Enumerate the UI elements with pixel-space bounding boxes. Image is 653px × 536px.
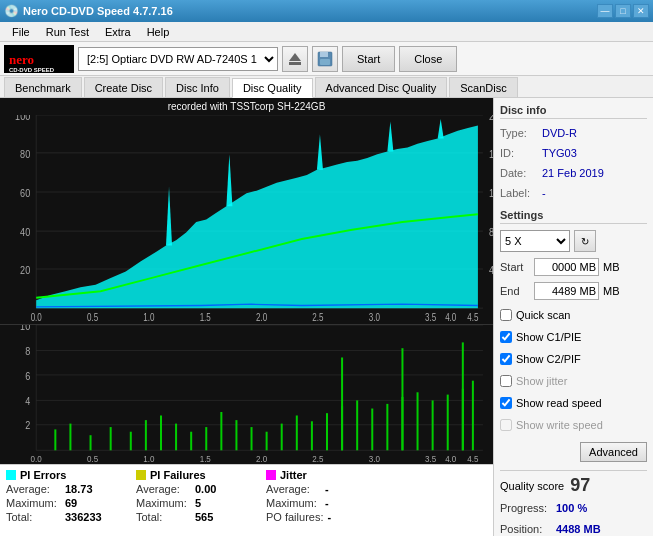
show-c2pif-label: Show C2/PIF <box>516 350 581 368</box>
menu-extra[interactable]: Extra <box>97 24 139 40</box>
tab-benchmark[interactable]: Benchmark <box>4 77 82 97</box>
start-button[interactable]: Start <box>342 46 395 72</box>
jitter-avg-label: Average: <box>266 483 321 495</box>
svg-text:nero: nero <box>9 52 34 67</box>
drive-selector[interactable]: [2:5] Optiarc DVD RW AD-7240S 1.04 <box>78 47 278 71</box>
legend-jitter: Jitter Average: - Maximum: - PO failures… <box>266 469 376 523</box>
settings-title: Settings <box>500 209 647 224</box>
jitter-avg-value: - <box>325 483 329 495</box>
disc-date-value: 21 Feb 2019 <box>542 165 604 181</box>
quick-scan-label: Quick scan <box>516 306 570 324</box>
svg-text:3.0: 3.0 <box>369 312 380 323</box>
show-jitter-label: Show jitter <box>516 372 567 390</box>
disc-label-row: Label: - <box>500 185 647 201</box>
pi-fail-avg-value: 0.00 <box>195 483 216 495</box>
pi-fail-max-value: 5 <box>195 497 201 509</box>
svg-text:4: 4 <box>25 395 31 407</box>
right-panel: Disc info Type: DVD-R ID: TYG03 Date: 21… <box>493 98 653 536</box>
progress-row: Progress: 100 % <box>500 500 647 517</box>
svg-rect-4 <box>289 62 301 65</box>
svg-text:CD·DVD SPEED: CD·DVD SPEED <box>9 67 55 72</box>
legend-pi-errors: PI Errors Average: 18.73 Maximum: 69 Tot… <box>6 469 116 523</box>
toolbar: nero CD·DVD SPEED [2:5] Optiarc DVD RW A… <box>0 42 653 76</box>
app-icon: 💿 <box>4 4 19 18</box>
progress-value: 100 % <box>556 500 587 517</box>
svg-text:8: 8 <box>25 345 30 357</box>
show-c2-row: Show C2/PIF <box>500 350 647 368</box>
save-button[interactable] <box>312 46 338 72</box>
quick-scan-checkbox[interactable] <box>500 309 512 321</box>
svg-text:10: 10 <box>20 325 31 332</box>
svg-text:0.5: 0.5 <box>87 312 98 323</box>
show-c1-row: Show C1/PIE <box>500 328 647 346</box>
maximize-button[interactable]: □ <box>615 4 631 18</box>
quick-scan-row: Quick scan <box>500 306 647 324</box>
svg-text:8: 8 <box>489 226 493 238</box>
show-c1pie-label: Show C1/PIE <box>516 328 581 346</box>
svg-text:60: 60 <box>20 187 30 199</box>
title-bar-controls: — □ ✕ <box>597 4 649 18</box>
tab-bar: Benchmark Create Disc Disc Info Disc Qua… <box>0 76 653 98</box>
menu-help[interactable]: Help <box>139 24 178 40</box>
svg-text:100: 100 <box>15 115 30 122</box>
tab-advanced-disc-quality[interactable]: Advanced Disc Quality <box>315 77 448 97</box>
menu-file[interactable]: File <box>4 24 38 40</box>
refresh-button[interactable]: ↻ <box>574 230 596 252</box>
tab-disc-info[interactable]: Disc Info <box>165 77 230 97</box>
jitter-max-label: Maximum: <box>266 497 321 509</box>
end-mb-unit: MB <box>603 285 620 297</box>
chart-title: recorded with TSSTcorp SH-224GB <box>0 98 493 115</box>
quality-score-label: Quality score <box>500 480 564 492</box>
show-c2pif-checkbox[interactable] <box>500 353 512 365</box>
tab-create-disc[interactable]: Create Disc <box>84 77 163 97</box>
quality-score-value: 97 <box>570 475 590 496</box>
svg-text:12: 12 <box>489 187 493 199</box>
svg-text:40: 40 <box>20 226 30 238</box>
show-jitter-checkbox[interactable] <box>500 375 512 387</box>
svg-rect-7 <box>320 59 330 65</box>
speed-selector[interactable]: 5 X <box>500 230 570 252</box>
start-input[interactable] <box>534 258 599 276</box>
show-write-speed-checkbox <box>500 419 512 431</box>
tab-disc-quality[interactable]: Disc Quality <box>232 78 313 98</box>
show-read-speed-checkbox[interactable] <box>500 397 512 409</box>
svg-text:16: 16 <box>489 148 493 160</box>
progress-label: Progress: <box>500 500 552 517</box>
svg-text:0.0: 0.0 <box>31 312 42 323</box>
svg-text:1.5: 1.5 <box>200 453 211 464</box>
toolbar-close-button[interactable]: Close <box>399 46 457 72</box>
svg-rect-6 <box>320 52 328 57</box>
advanced-button[interactable]: Advanced <box>580 442 647 462</box>
menu-run-test[interactable]: Run Test <box>38 24 97 40</box>
svg-text:2.5: 2.5 <box>312 453 323 464</box>
start-label: Start <box>500 261 530 273</box>
show-c1pie-checkbox[interactable] <box>500 331 512 343</box>
disc-id-row: ID: TYG03 <box>500 145 647 161</box>
upper-chart: 100 80 60 40 20 20 16 12 8 4 0.0 0.5 1.0… <box>0 115 493 325</box>
disc-label-value: - <box>542 185 546 201</box>
show-write-speed-label: Show write speed <box>516 416 603 434</box>
disc-type-value: DVD-R <box>542 125 577 141</box>
start-mb-unit: MB <box>603 261 620 273</box>
jitter-max-value: - <box>325 497 329 509</box>
tab-scan-disc[interactable]: ScanDisc <box>449 77 517 97</box>
disc-date-row: Date: 21 Feb 2019 <box>500 165 647 181</box>
disc-id-label: ID: <box>500 145 538 161</box>
eject-button[interactable] <box>282 46 308 72</box>
pi-errors-color <box>6 470 16 480</box>
minimize-button[interactable]: — <box>597 4 613 18</box>
end-input[interactable] <box>534 282 599 300</box>
position-label: Position: <box>500 521 552 536</box>
show-jitter-row: Show jitter <box>500 372 647 390</box>
pi-errors-total-label: Total: <box>6 511 61 523</box>
close-title-button[interactable]: ✕ <box>633 4 649 18</box>
disc-label-label: Label: <box>500 185 538 201</box>
pi-failures-color <box>136 470 146 480</box>
legend-pi-failures: PI Failures Average: 0.00 Maximum: 5 Tot… <box>136 469 246 523</box>
position-row: Position: 4488 MB <box>500 521 647 536</box>
speed-row: 5 X ↻ <box>500 230 647 252</box>
svg-text:1.0: 1.0 <box>143 312 154 323</box>
show-read-speed-label: Show read speed <box>516 394 602 412</box>
pi-fail-max-label: Maximum: <box>136 497 191 509</box>
jitter-color <box>266 470 276 480</box>
